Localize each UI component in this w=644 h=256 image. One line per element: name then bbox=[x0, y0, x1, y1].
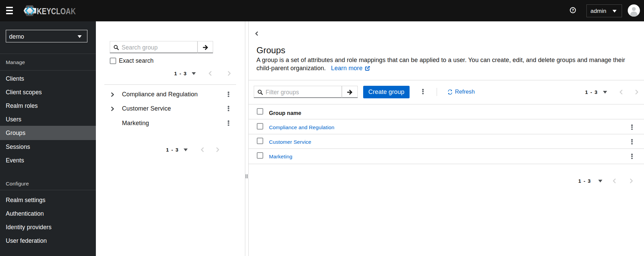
svg-text:KEYCLOAK: KEYCLOAK bbox=[37, 6, 76, 16]
svg-text:?: ? bbox=[572, 8, 574, 12]
